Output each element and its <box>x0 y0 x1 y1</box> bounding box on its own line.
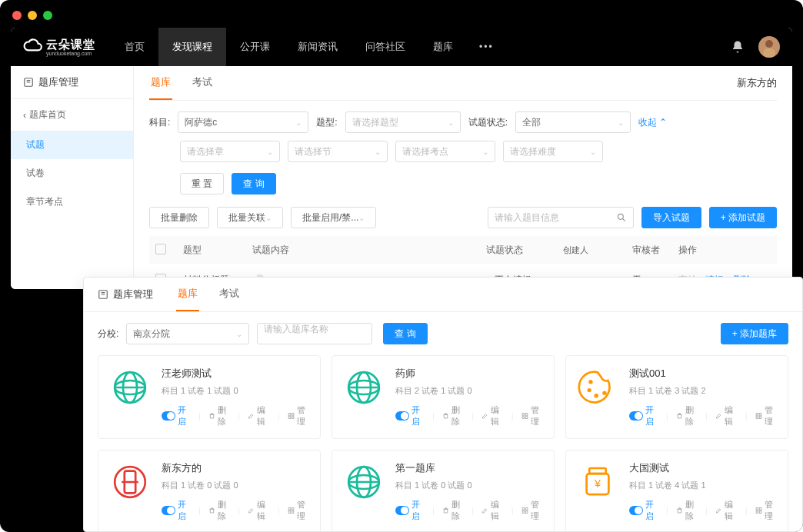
bank-card-meta: 科目 1 试卷 3 试题 2 <box>629 385 777 397</box>
logo[interactable]: 云朵课堂 yunduoketang.com <box>23 37 95 57</box>
overlay-module-title: 题库管理 <box>98 278 153 311</box>
difficulty-select[interactable]: 请选择难度⌄ <box>503 141 603 162</box>
reset-button[interactable]: 重 置 <box>180 173 224 195</box>
nav-question-bank[interactable]: 题库 <box>419 28 467 66</box>
maximize-window-icon[interactable] <box>43 11 52 20</box>
svg-point-29 <box>602 391 606 395</box>
bank-name-input-wrap[interactable] <box>257 323 372 344</box>
sidebar-module-label: 题库管理 <box>38 75 78 89</box>
status-select[interactable]: 全部⌄ <box>515 111 631 133</box>
sidebar-item-chapters[interactable]: 章节考点 <box>11 188 133 216</box>
nav-home[interactable]: 首页 <box>111 28 158 66</box>
toggle-on[interactable]: 开启 <box>395 404 425 427</box>
tab-bank[interactable]: 题库 <box>149 66 172 100</box>
cloud-logo-icon <box>23 37 43 57</box>
card-delete[interactable]: 删除 <box>442 404 464 427</box>
batch-toggle-button[interactable]: 批量启用/禁... ⌄ <box>291 207 376 228</box>
card-manage[interactable]: 管理 <box>288 404 309 427</box>
grid-icon <box>288 506 295 515</box>
grid-icon <box>755 506 762 515</box>
logo-subtitle: yunduoketang.com <box>46 51 95 56</box>
notification-bell-icon[interactable] <box>731 40 745 54</box>
card-manage[interactable]: 管理 <box>521 499 543 522</box>
overlay-query-button[interactable]: 查 询 <box>383 323 427 344</box>
bank-card-meta: 科目 2 试卷 1 试题 0 <box>395 385 543 397</box>
bank-card[interactable]: ¥ 大国测试 科目 1 试卷 4 试题 1 开启 | 删除 | 编辑 | 管理 <box>565 450 788 532</box>
nav-qa[interactable]: 问答社区 <box>352 28 419 66</box>
collapse-filters-link[interactable]: 收起⌃ <box>638 116 667 129</box>
subject-select[interactable]: 阿萨德c⌄ <box>178 111 308 133</box>
minimize-window-icon[interactable] <box>28 11 37 20</box>
tab-exam[interactable]: 考试 <box>191 66 214 100</box>
bank-card[interactable]: 汪老师测试 科目 1 试卷 1 试题 0 开启 | 删除 | 编辑 | 管理 <box>98 355 321 439</box>
svg-rect-30 <box>756 414 758 416</box>
svg-rect-17 <box>292 417 294 419</box>
toggle-on[interactable]: 开启 <box>395 499 425 522</box>
overlay-tab-bank[interactable]: 题库 <box>176 278 199 311</box>
card-edit[interactable]: 编辑 <box>248 499 269 522</box>
bank-name-input[interactable] <box>264 324 365 334</box>
bank-card[interactable]: 药师 科目 2 试卷 1 试题 0 开启 | 删除 | 编辑 | 管理 <box>332 355 555 439</box>
pencil-icon <box>481 411 488 421</box>
card-manage[interactable]: 管理 <box>755 404 777 427</box>
card-delete[interactable]: 删除 <box>208 499 230 522</box>
close-window-icon[interactable] <box>12 11 22 20</box>
pencil-icon <box>481 506 488 515</box>
toggle-on[interactable]: 开启 <box>629 404 658 427</box>
card-manage[interactable]: 管理 <box>288 499 309 522</box>
type-select[interactable]: 请选择题型⌄ <box>345 111 461 133</box>
search-input-wrap[interactable] <box>488 207 634 228</box>
svg-rect-39 <box>288 511 291 514</box>
add-question-button[interactable]: + 添加试题 <box>709 207 777 228</box>
add-bank-button[interactable]: + 添加题库 <box>721 323 788 344</box>
svg-rect-38 <box>292 508 294 510</box>
grid-icon <box>521 411 528 421</box>
card-edit[interactable]: 编辑 <box>715 499 737 522</box>
th-reviewer: 审核者 <box>632 244 678 257</box>
pencil-icon <box>715 506 722 515</box>
bank-card[interactable]: 测试001 科目 1 试卷 3 试题 2 开启 | 删除 | 编辑 | 管理 <box>565 355 788 439</box>
batch-link-button[interactable]: 批量关联 ⌄ <box>217 207 283 228</box>
nav-open-course[interactable]: 公开课 <box>226 28 284 66</box>
batch-delete-button[interactable]: 批量删除 <box>149 207 209 228</box>
bank-card-title: 汪老师测试 <box>162 367 309 381</box>
main-content: 题库 考试 新东方的 科目: 阿萨德c⌄ 题型: 请选择题型⌄ 试题状态: 全部… <box>134 66 792 289</box>
sidebar-back-link[interactable]: ‹ 题库首页 <box>11 99 133 131</box>
toggle-icon <box>162 506 175 515</box>
nav-discover-course[interactable]: 发现课程 <box>158 28 226 66</box>
window-traffic-lights[interactable] <box>12 11 52 20</box>
branch-select[interactable]: 南京分院⌄ <box>126 323 249 344</box>
import-button[interactable]: 导入试题 <box>641 207 701 228</box>
svg-rect-47 <box>522 511 525 514</box>
card-edit[interactable]: 编辑 <box>481 404 503 427</box>
sidebar-item-papers[interactable]: 试卷 <box>11 159 133 188</box>
card-manage[interactable]: 管理 <box>521 404 543 427</box>
card-manage[interactable]: 管理 <box>755 499 777 522</box>
bank-card[interactable]: 第一题库 科目 1 试卷 0 试题 0 开启 | 删除 | 编辑 | 管理 <box>332 450 555 532</box>
bank-card-icon <box>577 367 618 408</box>
section-select[interactable]: 请选择节⌄ <box>288 141 388 162</box>
card-delete[interactable]: 删除 <box>676 499 698 522</box>
card-edit[interactable]: 编辑 <box>248 404 269 427</box>
chevron-down-icon: ⌄ <box>482 148 488 156</box>
card-delete[interactable]: 删除 <box>442 499 464 522</box>
toggle-on[interactable]: 开启 <box>162 499 191 522</box>
query-button[interactable]: 查 询 <box>232 173 275 195</box>
toggle-on[interactable]: 开启 <box>629 499 658 522</box>
card-edit[interactable]: 编辑 <box>715 404 737 427</box>
bank-card[interactable]: 新东方的 科目 1 试卷 0 试题 0 开启 | 删除 | 编辑 | 管理 <box>98 450 321 532</box>
card-edit[interactable]: 编辑 <box>481 499 503 522</box>
point-select[interactable]: 请选择考点⌄ <box>395 141 495 162</box>
nav-more-icon[interactable]: ••• <box>467 28 506 66</box>
branch-label: 分校: <box>98 328 118 341</box>
nav-news[interactable]: 新闻资讯 <box>284 28 352 66</box>
select-all-checkbox[interactable] <box>155 244 166 254</box>
user-avatar[interactable] <box>758 36 780 58</box>
sidebar-item-questions[interactable]: 试题 <box>11 131 133 159</box>
overlay-tab-exam[interactable]: 考试 <box>218 278 241 311</box>
search-input[interactable] <box>495 212 616 223</box>
chapter-select[interactable]: 请选择章⌄ <box>180 141 280 162</box>
card-delete[interactable]: 删除 <box>208 404 230 427</box>
card-delete[interactable]: 删除 <box>676 404 698 427</box>
toggle-on[interactable]: 开启 <box>162 404 191 427</box>
